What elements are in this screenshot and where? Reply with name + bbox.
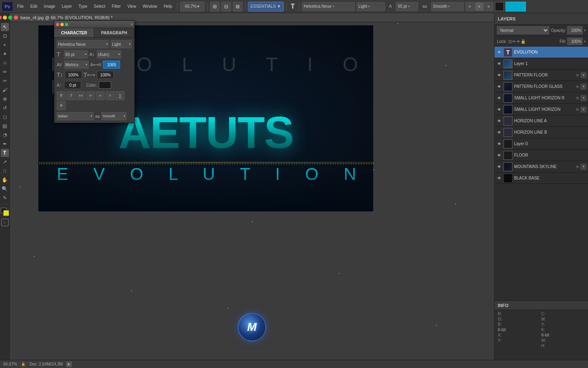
lock-all-icon[interactable]: 🔒 (521, 39, 526, 44)
path-select-tool[interactable]: ↗ (1, 158, 9, 166)
eyedropper-tool[interactable]: ✏ (1, 68, 9, 76)
layer-visibility-mountains[interactable]: 👁 (496, 164, 502, 170)
menu-help[interactable]: Help (161, 2, 175, 11)
doc-close-btn[interactable] (14, 16, 18, 20)
ps-logo[interactable]: Ps (2, 2, 13, 11)
tab-character[interactable]: CHARACTER (54, 28, 94, 37)
zoom-tool-icon[interactable]: 🔍 (1, 185, 9, 193)
font-family-dropdown[interactable]: Helvetica Neue ▾ (302, 2, 355, 11)
menu-file[interactable]: File (15, 2, 26, 11)
healing-tool[interactable]: ✂ (1, 77, 9, 85)
char-font-size[interactable]: 65 pt ▾ (64, 50, 88, 58)
magic-wand-tool[interactable]: ✦ (1, 50, 9, 58)
brush-tool[interactable]: 🖌 (1, 86, 9, 94)
layer-visibility-horizon-a[interactable]: 👁 (496, 118, 502, 124)
history-brush[interactable]: ↺ (1, 104, 9, 112)
fill-input[interactable]: 100% (567, 38, 583, 45)
layer-badge-pattern-floor[interactable]: ▾ (581, 72, 586, 78)
all-caps-btn[interactable]: TT (76, 91, 85, 100)
font-size-dropdown[interactable]: 65 pt ▾ (396, 2, 418, 11)
char-font-family[interactable]: Helvetica Neue ▾ (57, 40, 109, 48)
layer-visibility-slh-r[interactable]: 👁 (496, 95, 502, 101)
layer-badge-slh-r[interactable]: ▾ (581, 95, 586, 101)
crop-tool[interactable]: ⊹ (1, 59, 9, 67)
close-window-btn[interactable] (0, 16, 2, 20)
menu-view[interactable]: View (125, 2, 139, 11)
fg-bg-colors[interactable] (1, 208, 9, 216)
layer-visibility-pattern-floor[interactable]: 👁 (496, 72, 502, 78)
layer-item-small-light-horizon[interactable]: 👁 SMALL LIGHT HORIZON fx ▾ (494, 104, 588, 115)
layer-item-pattern-floor-glass[interactable]: 👁 PATTERN FLOOR GLASS fx ▾ (494, 81, 588, 92)
align-left-btn[interactable]: ≡ (466, 2, 474, 11)
layer-visibility-layer0[interactable]: 👁 (496, 141, 502, 147)
marquee-tool[interactable]: ⊡ (1, 32, 9, 40)
layer-visibility-evolution[interactable]: 👁 (496, 49, 502, 55)
layer-item-horizon-line-a[interactable]: 👁 HORIZON LINE A (494, 115, 588, 127)
lock-transparent-icon[interactable]: ⊡ (508, 39, 512, 44)
char-hscale[interactable]: 100% (97, 71, 114, 79)
selection-tool[interactable]: ↖ (1, 23, 9, 31)
character-panel-titlebar[interactable]: ≡ (54, 21, 134, 28)
layer-visibility-black-base[interactable]: 👁 (496, 175, 502, 181)
layer-item-small-light-horizon-r[interactable]: 👁 SMALL LIGHT HORIZON R fx ▾ (494, 92, 588, 104)
aetuts-main-text[interactable]: AETUTS (118, 106, 293, 158)
faux-italic-btn[interactable]: T (67, 91, 76, 100)
menu-filter[interactable]: Filter (109, 2, 123, 11)
layer-badge-pattern-floor-glass[interactable]: ▾ (581, 84, 586, 90)
menu-layer[interactable]: Layer (59, 2, 74, 11)
layer-item-mountains-skyline[interactable]: 👁 MOUNTAINS SKYLINE fx ▾ (494, 161, 588, 173)
zoom-control[interactable]: 66,7% ▾ (180, 2, 205, 11)
anti-alias-dropdown[interactable]: Smooth ▾ (431, 2, 464, 11)
shape-tool[interactable]: □ (1, 167, 9, 175)
layer-badge-slh[interactable]: ▾ (581, 107, 586, 112)
layer-visibility-layer1[interactable]: 👁 (496, 61, 502, 67)
layer-visibility-floor[interactable]: 👁 (496, 153, 502, 158)
layer-badge-mountains[interactable]: ▾ (581, 164, 586, 170)
subscript-btn[interactable]: T- (106, 91, 115, 100)
gradient-tool[interactable]: ▤ (1, 122, 9, 130)
char-language[interactable]: Italian ▾ (57, 112, 94, 120)
char-leading[interactable]: (Auto) ▾ (97, 50, 121, 58)
text-color-swatch[interactable] (495, 2, 504, 11)
opacity-input[interactable]: 100% (567, 26, 583, 34)
layer-visibility-pattern-floor-glass[interactable]: 👁 (496, 84, 502, 90)
layer-item-horizon-line-b[interactable]: 👁 HORIZON LINE B (494, 127, 588, 138)
menu-type[interactable]: Type (76, 2, 90, 11)
lock-position-icon[interactable]: ✛ (517, 39, 520, 44)
layer-item-layer1[interactable]: 👁 Layer 1 (494, 58, 588, 70)
layer-item-evolution[interactable]: 👁 T EVOLUTION (494, 47, 588, 58)
char-tracking-value[interactable]: 1065 (103, 61, 120, 69)
eraser-tool[interactable]: ◻ (1, 113, 9, 121)
font-weight-dropdown[interactable]: Light ▾ (356, 2, 385, 11)
lock-image-icon[interactable]: ✏ (512, 39, 516, 44)
panel-max-btn[interactable] (65, 23, 68, 26)
hand-tool[interactable]: ✋ (1, 176, 9, 184)
char-baseline[interactable]: 0 pt (64, 81, 81, 89)
status-info-btn[interactable]: ▶ (66, 361, 72, 367)
small-caps-btn[interactable]: TT (86, 91, 95, 100)
char-vscale[interactable]: 100% (65, 71, 82, 79)
panel-close-btn[interactable] (56, 23, 59, 26)
superscript-btn[interactable]: T+ (96, 91, 105, 100)
align-center-btn[interactable]: ≡ (475, 2, 484, 11)
view-mode-btn[interactable]: ⊞ (210, 2, 220, 11)
layer-item-black-base[interactable]: 👁 BLACK BASE (494, 173, 588, 184)
layer-visibility-slh[interactable]: 👁 (496, 107, 502, 112)
align-right-btn[interactable]: ≡ (484, 2, 493, 11)
strikethrough-btn[interactable]: T (57, 101, 66, 110)
menu-image[interactable]: Image (41, 2, 58, 11)
layer-item-layer0[interactable]: 👁 Layer 0 (494, 138, 588, 150)
blend-mode-select[interactable]: Normal (497, 26, 549, 34)
clone-tool[interactable]: ⊕ (1, 95, 9, 103)
menu-select[interactable]: Select (91, 2, 108, 11)
char-color-swatch[interactable] (99, 81, 111, 89)
char-kerning[interactable]: Metrics ▾ (64, 61, 89, 69)
underline-btn[interactable]: T (116, 91, 125, 100)
char-aa-value[interactable]: Smooth ▾ (101, 112, 127, 120)
panel-min-btn[interactable] (60, 23, 64, 26)
note-tool[interactable]: ✎ (1, 194, 9, 202)
screen-mode-btn[interactable]: ⊟ (221, 2, 231, 11)
lasso-tool[interactable]: ⌖ (1, 41, 9, 49)
zoom-lock-btn[interactable]: 🔒 (20, 361, 26, 367)
char-font-style[interactable]: Light ▾ (111, 40, 132, 48)
